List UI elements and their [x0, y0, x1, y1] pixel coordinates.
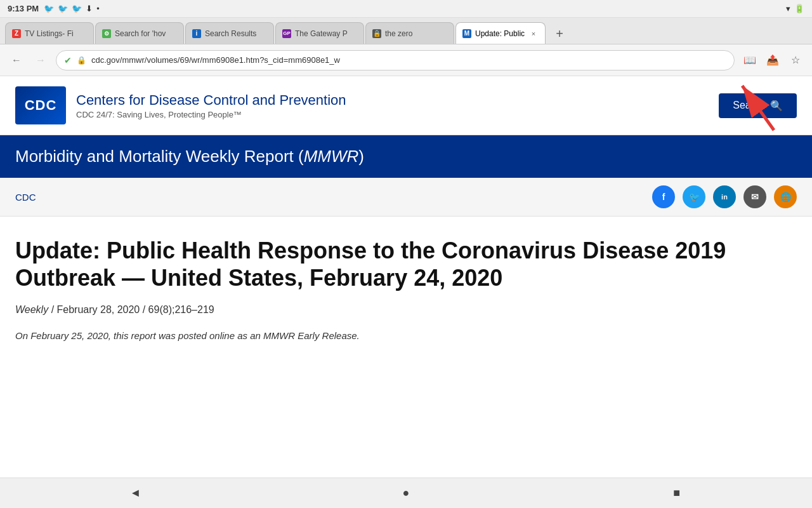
article-meta-weekly: Weekly — [15, 304, 48, 315]
article-title: Update: Public Health Response to the Co… — [15, 237, 776, 291]
tab-zero[interactable]: 🔒 the zero — [365, 22, 454, 44]
mmwr-banner: Morbidity and Mortality Weekly Report (M… — [0, 135, 812, 178]
tab-update-public[interactable]: M Update: Public × — [455, 22, 546, 44]
cdc-name-block: Centers for Disease Control and Preventi… — [76, 92, 346, 119]
cdc-search-icon: 🔍 — [770, 100, 783, 112]
tab-favicon-6: M — [462, 29, 471, 38]
back-button[interactable]: ← — [8, 51, 25, 69]
bottom-home-button[interactable]: ● — [392, 479, 420, 507]
tab-favicon-2: ⚙ — [102, 29, 111, 38]
bottom-back-icon: ◄ — [129, 486, 141, 500]
mmwr-title-prefix: Morbidity and Mortality Weekly Report ( — [15, 147, 304, 166]
wifi-icon: ▾ — [786, 4, 790, 13]
breadcrumb-cdc-link[interactable]: CDC — [15, 192, 36, 203]
new-tab-button[interactable]: + — [549, 23, 570, 44]
tab-favicon-5: 🔒 — [372, 29, 381, 38]
status-bar: 9:13 PM 🐦 🐦 🐦 ⬇ • ▾ 🔋 — [0, 0, 812, 18]
facebook-icon[interactable]: f — [652, 185, 675, 208]
article-meta: Weekly / February 28, 2020 / 69(8);216–2… — [15, 304, 797, 316]
mmwr-title-italic: MMWR — [304, 147, 359, 166]
cdc-search-label: Search — [733, 100, 765, 111]
tab-search-results[interactable]: i Search Results — [185, 22, 274, 44]
lock-icon: 🔒 — [77, 56, 86, 65]
article-excerpt: On February 25, 2020, this report was po… — [15, 328, 797, 344]
tab-label-2: Search for 'hov — [115, 29, 177, 38]
social-icons: f 🐦 in ✉ 🌐 — [652, 185, 797, 208]
address-bar: ← → ✔ 🔒 cdc.gov/mmwr/volumes/69/wr/mm690… — [0, 44, 812, 76]
cdc-full-name: Centers for Disease Control and Preventi… — [76, 92, 346, 109]
tab-label-3: Search Results — [205, 29, 267, 38]
tab-label-6: Update: Public — [475, 29, 525, 38]
tab-label-5: the zero — [385, 29, 447, 38]
article-content: Update: Public Health Response to the Co… — [0, 217, 812, 359]
tab-label-1: TV Listings- Fi — [25, 29, 87, 38]
twitter-icon-2: 🐦 — [58, 4, 68, 13]
download-icon: ⬇ — [86, 4, 93, 13]
bottom-home-icon: ● — [403, 486, 410, 500]
dot-icon: • — [96, 4, 100, 13]
tab-gateway[interactable]: GP The Gateway P — [275, 22, 364, 44]
tab-tv-listings[interactable]: Z TV Listings- Fi — [5, 22, 94, 44]
cdc-logo-text: CDC — [25, 97, 57, 114]
url-text: cdc.gov/mmwr/volumes/69/wr/mm6908e1.htm?… — [91, 55, 726, 65]
cdc-search-button[interactable]: Search 🔍 — [719, 93, 797, 118]
email-icon[interactable]: ✉ — [743, 185, 766, 208]
tab-favicon-1: Z — [12, 29, 21, 38]
mmwr-title-suffix: ) — [358, 147, 364, 166]
rss-icon[interactable]: 🌐 — [774, 185, 797, 208]
bottom-recent-icon: ■ — [673, 486, 680, 500]
cdc-logo: CDC Centers for Disease Control and Prev… — [15, 86, 346, 124]
forward-button[interactable]: → — [32, 51, 49, 69]
cdc-header: CDC Centers for Disease Control and Prev… — [0, 76, 812, 135]
twitter-icon-1: 🐦 — [44, 4, 54, 13]
twitter-share-icon[interactable]: 🐦 — [683, 185, 705, 208]
tab-favicon-3: i — [192, 29, 201, 38]
article-meta-date: / February 28, 2020 / 69(8);216–219 — [51, 304, 214, 315]
bottom-nav: ◄ ● ■ — [0, 478, 812, 508]
address-input[interactable]: ✔ 🔒 cdc.gov/mmwr/volumes/69/wr/mm6908e1.… — [56, 50, 735, 70]
battery-icon: 🔋 — [794, 4, 804, 13]
share-button[interactable]: 📤 — [764, 51, 782, 69]
status-icons: 🐦 🐦 🐦 ⬇ • — [44, 4, 100, 13]
bottom-back-button[interactable]: ◄ — [121, 479, 149, 507]
tab-label-4: The Gateway P — [295, 29, 357, 38]
reader-mode-button[interactable]: 📖 — [741, 51, 759, 69]
tab-close-button[interactable]: × — [528, 29, 539, 39]
tab-favicon-4: GP — [282, 29, 291, 38]
security-check-icon: ✔ — [64, 55, 72, 65]
address-bar-actions: 📖 📤 ☆ — [741, 51, 804, 69]
bottom-recent-button[interactable]: ■ — [663, 479, 691, 507]
cdc-logo-box: CDC — [15, 86, 66, 124]
bookmark-button[interactable]: ☆ — [787, 51, 804, 69]
cdc-tagline: CDC 24/7: Saving Lives, Protecting Peopl… — [76, 110, 346, 119]
linkedin-icon[interactable]: in — [713, 185, 736, 208]
status-right: ▾ 🔋 — [786, 4, 804, 13]
breadcrumb-bar: CDC f 🐦 in ✉ 🌐 — [0, 178, 812, 217]
status-time: 9:13 PM — [8, 4, 39, 13]
twitter-icon-3: 🐦 — [72, 4, 82, 13]
tab-search-hov[interactable]: ⚙ Search for 'hov — [95, 22, 184, 44]
tab-bar: Z TV Listings- Fi ⚙ Search for 'hov i Se… — [0, 18, 812, 44]
